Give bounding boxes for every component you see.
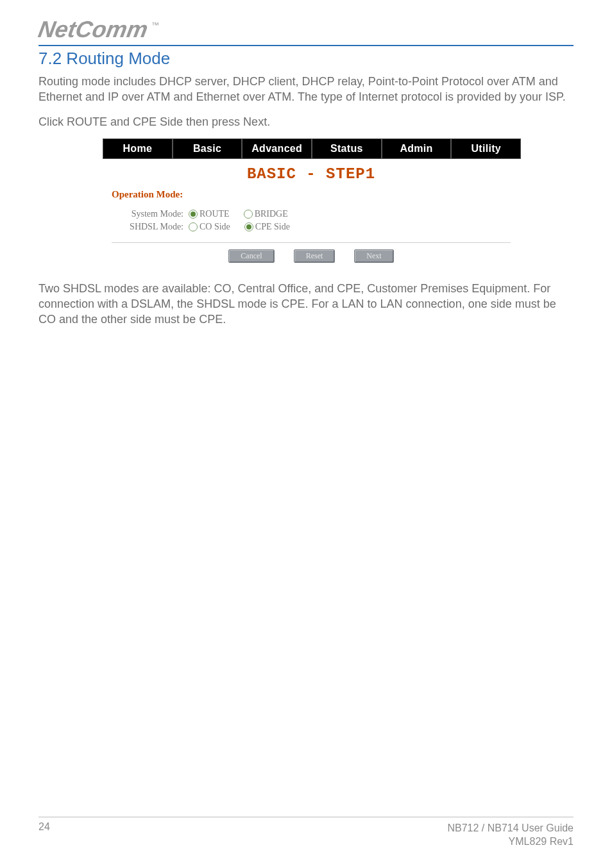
footer-divider [38, 817, 574, 817]
shdsl-mode-row: SHDSL Mode: CO Side CPE Side [126, 222, 511, 232]
section-title: 7.2 Routing Mode [38, 49, 574, 69]
header-divider [38, 45, 574, 46]
tab-advanced[interactable]: Advanced [242, 139, 312, 158]
next-button[interactable]: Next [354, 249, 393, 263]
form-panel: Operation Mode: System Mode: ROUTE BRIDG… [103, 189, 520, 269]
system-mode-route[interactable]: ROUTE [189, 209, 230, 219]
tab-bar: Home Basic Advanced Status Admin Utility [103, 138, 521, 159]
operation-mode-heading: Operation Mode: [112, 189, 511, 200]
router-ui-screenshot: Home Basic Advanced Status Admin Utility… [103, 138, 520, 269]
shdsl-mode-co-label: CO Side [200, 222, 230, 232]
shdsl-mode-cpe-label: CPE Side [255, 222, 290, 232]
system-mode-bridge[interactable]: BRIDGE [244, 209, 288, 219]
system-mode-bridge-label: BRIDGE [255, 209, 288, 219]
brand-logo: NetComm [37, 18, 149, 41]
cancel-button[interactable]: Cancel [228, 249, 274, 263]
radio-icon [189, 222, 198, 231]
page-footer: 24 NB712 / NB714 User Guide YML829 Rev1 [38, 812, 574, 849]
shdsl-mode-co[interactable]: CO Side [189, 222, 230, 232]
guide-name: NB712 / NB714 User Guide [447, 822, 574, 833]
trademark-icon: ™ [151, 21, 159, 29]
radio-icon [244, 222, 253, 231]
reset-button[interactable]: Reset [294, 249, 336, 263]
tab-admin[interactable]: Admin [382, 139, 452, 158]
system-mode-route-label: ROUTE [200, 209, 230, 219]
paragraph-intro: Routing mode includes DHCP server, DHCP … [38, 74, 574, 105]
tab-home[interactable]: Home [103, 139, 173, 158]
button-row: Cancel Reset Next [112, 249, 511, 263]
paragraph-explain: Two SHDSL modes are available: CO, Centr… [38, 281, 574, 328]
tab-utility[interactable]: Utility [452, 139, 520, 158]
form-divider [112, 242, 511, 243]
shdsl-mode-label: SHDSL Mode: [126, 222, 183, 232]
radio-icon [244, 210, 253, 219]
shdsl-mode-cpe[interactable]: CPE Side [244, 222, 290, 232]
radio-icon [189, 210, 198, 219]
step-title: BASIC - STEP1 [103, 165, 520, 183]
system-mode-row: System Mode: ROUTE BRIDGE [126, 209, 511, 219]
brand-header: NetComm ™ [38, 18, 574, 41]
tab-basic[interactable]: Basic [173, 139, 243, 158]
system-mode-label: System Mode: [126, 209, 183, 219]
page-number: 24 [38, 821, 50, 849]
paragraph-action: Click ROUTE and CPE Side then press Next… [38, 114, 574, 129]
doc-revision: YML829 Rev1 [509, 836, 574, 847]
tab-status[interactable]: Status [312, 139, 382, 158]
